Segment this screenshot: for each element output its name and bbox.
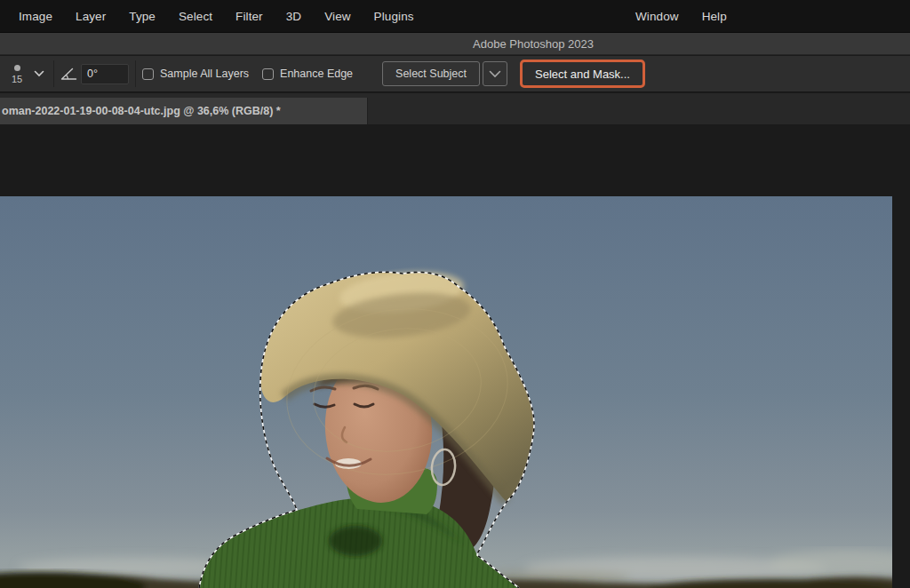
document-tab-bar: oman-2022-01-19-00-08-04-utc.jpg @ 36,6%… [0, 93, 910, 124]
photoshop-app-window: Image Layer Type Select Filter 3D View P… [0, 0, 910, 588]
head-shadow-on-sweater [329, 526, 382, 556]
options-separator [135, 60, 136, 87]
enhance-edge-label: Enhance Edge [280, 68, 353, 80]
menu-item-type[interactable]: Type [117, 0, 167, 33]
chevron-down-icon [489, 70, 501, 78]
app-title-bar: Adobe Photoshop 2023 [0, 33, 910, 55]
brush-angle-value: 0° [87, 68, 98, 80]
annotation-highlight-box: Select and Mask... [520, 60, 645, 88]
menu-item-view[interactable]: View [313, 0, 362, 33]
document-tab-label: oman-2022-01-19-00-08-04-utc.jpg @ 36,6%… [0, 105, 281, 117]
sample-all-layers-label: Sample All Layers [160, 68, 249, 80]
photo-canvas[interactable] [0, 196, 892, 588]
angle-icon [60, 67, 77, 81]
menu-item-layer[interactable]: Layer [64, 0, 117, 33]
select-and-mask-button[interactable]: Select and Mask... [535, 68, 630, 81]
menu-item-filter[interactable]: Filter [224, 0, 275, 33]
brush-preset-picker[interactable]: 15 [5, 64, 28, 84]
sample-all-layers-checkbox[interactable] [142, 68, 154, 80]
brush-tip-icon [14, 65, 20, 71]
enhance-edge-checkbox[interactable] [262, 68, 274, 80]
select-subject-button[interactable]: Select Subject [382, 61, 480, 86]
document-tab[interactable]: oman-2022-01-19-00-08-04-utc.jpg @ 36,6%… [0, 98, 368, 124]
menu-item-help[interactable]: Help [690, 0, 738, 33]
menu-item-window[interactable]: Window [624, 0, 690, 33]
menu-group-right: Window Help [624, 0, 738, 33]
window-title: Adobe Photoshop 2023 [473, 33, 594, 55]
menu-item-image[interactable]: Image [7, 0, 64, 33]
menu-item-select[interactable]: Select [167, 0, 224, 33]
brush-size-value: 15 [12, 74, 22, 84]
canvas-area [0, 124, 910, 588]
tool-options-bar: 15 0° Sample All Layers Enhance Edge Sel… [0, 56, 910, 92]
chevron-down-icon[interactable] [34, 70, 44, 77]
brush-angle-field[interactable]: 0° [81, 64, 129, 84]
menu-group-left: Image Layer Type Select Filter 3D View P… [7, 0, 426, 33]
options-separator [53, 60, 54, 87]
menu-item-3d[interactable]: 3D [275, 0, 313, 33]
select-subject-dropdown-button[interactable] [483, 61, 507, 86]
menu-bar: Image Layer Type Select Filter 3D View P… [0, 0, 910, 33]
menu-item-plugins[interactable]: Plugins [363, 0, 426, 33]
